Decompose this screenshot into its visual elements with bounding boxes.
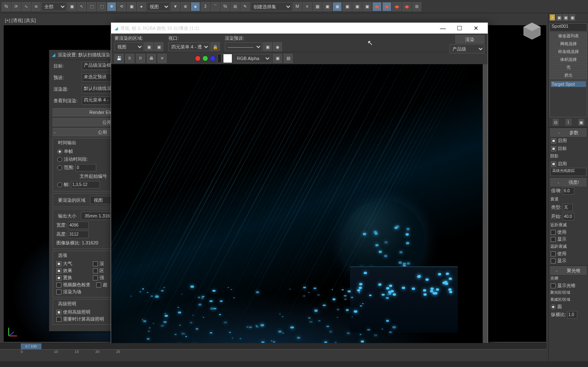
check[interactable] — [551, 251, 556, 256]
width-spinner[interactable]: 4096 — [68, 222, 89, 229]
window-titlebar[interactable]: ◢ 透视, 帧 0, RGBA 颜色 16 位/通道 (1:2) — ☐ ✕ — [111, 23, 488, 34]
preset-select[interactable]: ----------------- — [225, 42, 262, 51]
tool-icon[interactable]: ⊕ — [181, 2, 190, 11]
red-channel[interactable] — [195, 56, 201, 61]
tab-icon[interactable]: ▣ — [563, 14, 569, 21]
blue-channel[interactable] — [210, 56, 216, 61]
check-target[interactable] — [551, 146, 556, 151]
check-enable[interactable] — [551, 138, 556, 143]
stack-icon[interactable]: ⊟ — [553, 119, 559, 126]
snap-icon[interactable]: % — [221, 2, 230, 11]
tool-icon[interactable]: ∿ — [22, 2, 31, 11]
decay-start[interactable]: 40.0 — [563, 213, 574, 220]
tool-icon[interactable]: ● — [137, 2, 146, 11]
rollout[interactable]: - 参数 — [550, 128, 586, 137]
height-spinner[interactable]: 3112 — [68, 231, 89, 238]
modifier-stack[interactable]: Target Spot — [549, 80, 587, 117]
print-icon[interactable]: 🖶 — [147, 54, 156, 63]
radio-single[interactable] — [57, 149, 62, 154]
modifier-button[interactable]: 网格选择 — [549, 40, 587, 48]
snap-icon[interactable]: ⌒ — [211, 2, 220, 11]
frames-input[interactable]: 1,3,5-12 — [71, 181, 100, 188]
modifier-button[interactable]: 体积选择 — [549, 56, 587, 63]
tool-icon[interactable]: M — [293, 2, 302, 11]
tool-icon[interactable]: ▣ — [263, 42, 272, 51]
tool-icon[interactable]: ◉ — [273, 42, 282, 51]
time-slider[interactable]: 0 / 100 — [21, 343, 41, 349]
multiplier-spinner[interactable]: 6.0 — [563, 187, 574, 195]
check[interactable] — [551, 237, 556, 242]
viewport-select[interactable]: 四元菜单 4 - 透视 — [168, 42, 210, 51]
radio-active[interactable] — [57, 157, 62, 162]
check[interactable] — [551, 230, 556, 235]
clone-icon[interactable]: ⎘ — [136, 54, 145, 63]
check[interactable] — [93, 261, 98, 266]
tool-icon[interactable]: ▦ — [313, 2, 322, 11]
copy-icon[interactable]: ⎘ — [125, 54, 134, 63]
modifier-button[interactable]: 挤出 — [549, 72, 587, 79]
render-icon[interactable]: 🫖 — [392, 2, 401, 11]
alpha-channel[interactable] — [217, 54, 221, 63]
check[interactable] — [96, 282, 101, 287]
check-adv-use[interactable] — [56, 310, 61, 315]
radio-frames[interactable] — [57, 182, 62, 187]
tool-icon[interactable]: ⬚ — [97, 2, 106, 11]
radio-circle[interactable] — [551, 304, 556, 309]
tool-icon[interactable]: ⊞ — [412, 2, 421, 11]
coord-select[interactable]: 视图 — [147, 2, 170, 11]
tool-icon[interactable]: ▣ — [154, 42, 163, 51]
check[interactable] — [551, 258, 556, 263]
rollout[interactable]: - 聚光锥 — [550, 266, 586, 275]
tool-icon[interactable]: ▣ — [273, 54, 282, 63]
decay-type[interactable]: 无 — [563, 204, 573, 211]
tool-icon[interactable]: ▣ — [333, 2, 342, 11]
area-select[interactable]: 视图 — [114, 42, 143, 51]
tool-icon[interactable]: ▣ — [323, 2, 332, 11]
channel-select[interactable]: RGB Alpha — [234, 54, 271, 63]
close-button[interactable]: ✕ — [468, 23, 484, 34]
modifier-list[interactable]: 修改器列表 — [549, 32, 587, 40]
maximize-button[interactable]: ☐ — [451, 23, 468, 34]
marquee-icon[interactable]: ⬚ — [87, 2, 96, 11]
check-effect[interactable] — [56, 268, 61, 273]
check[interactable] — [551, 283, 556, 288]
tool-icon[interactable]: ▣ — [343, 2, 352, 11]
render-button[interactable]: 渲染 — [455, 35, 484, 43]
stack-icon[interactable]: ▣ — [578, 119, 584, 126]
scale-icon[interactable]: ▣ — [127, 2, 136, 11]
rotate-icon[interactable]: ⟲ — [117, 2, 126, 11]
tool-icon[interactable]: ▣ — [362, 2, 372, 11]
mono-channel[interactable] — [223, 54, 232, 63]
tool-icon[interactable]: ▼ — [171, 2, 180, 11]
tool-icon[interactable]: ▣ — [144, 42, 153, 51]
minimize-button[interactable]: — — [435, 23, 451, 34]
filter-select[interactable]: 全部 — [41, 2, 66, 11]
tab-icon[interactable]: ▣ — [569, 14, 575, 21]
green-channel[interactable] — [202, 56, 208, 61]
tool-icon[interactable]: ⟳ — [12, 2, 21, 11]
tool-icon[interactable]: % — [2, 2, 11, 11]
lock-icon[interactable]: 🔒 — [211, 42, 220, 51]
tool-icon[interactable]: ✎ — [241, 2, 250, 11]
tool-icon[interactable]: ▤ — [284, 54, 293, 63]
radio-range[interactable] — [57, 165, 62, 170]
render-icon[interactable]: 🫖 — [382, 2, 391, 11]
snap-icon[interactable]: ⊞ — [231, 2, 240, 11]
production-select[interactable]: 产品级 — [450, 44, 484, 53]
check-displace[interactable] — [56, 275, 61, 280]
render-icon[interactable]: 🫖 — [372, 2, 381, 11]
object-name-input[interactable]: Spot001 — [549, 23, 587, 31]
check[interactable] — [93, 268, 98, 273]
check-field[interactable] — [56, 290, 61, 295]
check-vidcheck[interactable] — [56, 282, 61, 287]
check-shadow[interactable] — [551, 162, 556, 167]
move-icon[interactable]: ✥ — [107, 2, 116, 11]
viewcube[interactable] — [522, 21, 542, 41]
shadow-type-select[interactable]: 高级光线跟踪 — [550, 168, 586, 176]
scrollbar[interactable] — [483, 64, 488, 357]
selection-set-select[interactable]: 创建选择集 — [250, 2, 292, 11]
clear-icon[interactable]: ✕ — [158, 54, 167, 63]
render-icon[interactable]: 🫖 — [402, 2, 411, 11]
tool-icon[interactable]: 3 — [201, 2, 210, 11]
aspect-spinner[interactable]: 1.0 — [567, 311, 577, 319]
